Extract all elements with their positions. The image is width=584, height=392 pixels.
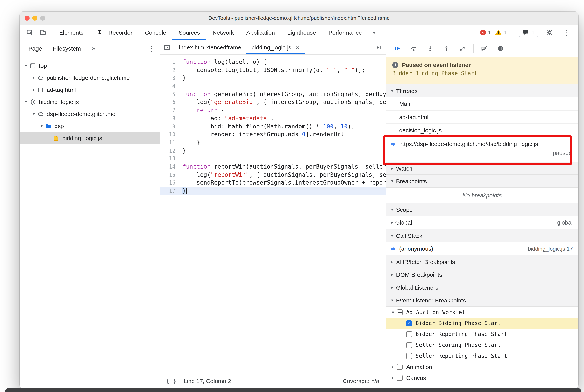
line-number[interactable]: 15	[160, 171, 180, 179]
minimize-window-button[interactable]	[32, 16, 37, 21]
line-number[interactable]: 13	[160, 155, 180, 163]
thread-item-main[interactable]: Main	[386, 97, 578, 110]
tab-recorder[interactable]: Recorder	[90, 25, 138, 40]
code-line-content[interactable]: }	[180, 146, 186, 154]
deactivate-breakpoints-button[interactable]	[478, 43, 490, 54]
step-button[interactable]	[457, 43, 469, 54]
scope-row-global[interactable]: ▸Globalglobal	[386, 216, 578, 229]
step-over-button[interactable]	[408, 43, 419, 54]
chevron-right-icon[interactable]: ▸	[31, 75, 37, 80]
line-number[interactable]: 17	[160, 187, 180, 195]
code-line-content[interactable]: sendReportTo(browserSignals.interestGrou…	[180, 179, 386, 187]
line-number[interactable]: 4	[160, 82, 180, 90]
code-line-content[interactable]: render: interestGroup.ads[0].renderUrl	[180, 130, 344, 138]
checkbox-animation[interactable]	[397, 364, 403, 370]
tree-item-dsp-fledge-demo-glitch-me[interactable]: ▾dsp-fledge-demo.glitch.me	[20, 108, 159, 120]
code-line-content[interactable]: console.log(label, JSON.stringify(o, " "…	[180, 66, 365, 74]
chevron-right-icon[interactable]: ▸	[390, 375, 396, 380]
issues-button[interactable]: 1	[519, 28, 539, 37]
device-toolbar-icon[interactable]	[36, 25, 49, 40]
elb-group-animation[interactable]: ▸Animation	[386, 361, 578, 372]
chevron-down-icon[interactable]: ▾	[390, 310, 396, 315]
line-number[interactable]: 12	[160, 146, 180, 154]
code-line-content[interactable]: function generateBid(interestGroup, auct…	[180, 90, 386, 98]
tree-item-top[interactable]: ▾top	[20, 60, 159, 72]
code-line-content[interactable]: }	[180, 138, 200, 146]
tab-console[interactable]: Console	[138, 25, 172, 40]
line-number[interactable]: 9	[160, 122, 180, 130]
more-panels-chevron-icon[interactable]: »	[368, 25, 380, 40]
line-number[interactable]: 11	[160, 138, 180, 146]
elb-group-label[interactable]: Ad Auction Worklet	[406, 309, 465, 315]
inspect-icon[interactable]	[23, 25, 36, 40]
code-editor[interactable]: 1function log(label, o) {2 console.log(l…	[160, 55, 386, 373]
step-out-button[interactable]	[440, 43, 452, 54]
pretty-print-icon[interactable]: { }	[166, 378, 177, 384]
tab-elements[interactable]: Elements	[53, 25, 90, 40]
code-line-content[interactable]: ad: "ad-metadata",	[180, 114, 274, 122]
tab-application[interactable]: Application	[240, 25, 281, 40]
resume-button[interactable]	[391, 43, 403, 54]
thread-item-decision-logic-js[interactable]: decision_logic.js	[386, 124, 578, 137]
tab-page[interactable]: Page	[28, 45, 42, 52]
elb-item-label[interactable]: Seller Scoring Phase Start	[416, 342, 501, 348]
call-stack-frame[interactable]: (anonymous)bidding_logic.js:17	[386, 242, 578, 255]
code-line-content[interactable]	[180, 155, 182, 163]
section-xhr-breakpoints[interactable]: ▸ XHR/fetch Breakpoints	[386, 255, 578, 268]
tab-lighthouse[interactable]: Lighthouse	[281, 25, 322, 40]
tree-item-publisher-fledge-demo-glitch-me[interactable]: ▸publisher-fledge-demo.glitch.me	[20, 72, 159, 84]
close-window-button[interactable]	[24, 16, 29, 21]
open-file-navigation-icon[interactable]	[372, 40, 386, 54]
navigator-toggle-icon[interactable]	[160, 40, 174, 54]
kebab-menu-icon[interactable]: ⋮	[560, 28, 574, 36]
warning-count-badge[interactable]: ! 1	[495, 29, 507, 36]
elb-item-label[interactable]: Seller Reporting Phase Start	[416, 353, 507, 359]
code-line-content[interactable]: log("generateBid", { interestGroup, auct…	[180, 98, 386, 106]
section-event-listener-breakpoints[interactable]: ▾ Event Listener Breakpoints	[386, 294, 578, 307]
code-line-content[interactable]: return {	[180, 106, 225, 114]
tree-item-dsp[interactable]: ▾dsp	[20, 120, 159, 132]
step-into-button[interactable]	[424, 43, 436, 54]
chevron-down-icon[interactable]: ▾	[31, 111, 37, 116]
checkbox-ad-auction-worklet[interactable]	[397, 309, 403, 315]
elb-group-ad-auction-worklet[interactable]: ▾Ad Auction Worklet	[386, 307, 578, 318]
section-call-stack[interactable]: ▾ Call Stack	[386, 229, 578, 242]
editor-tab-bidding-logic-js[interactable]: bidding_logic.js×	[246, 40, 305, 54]
settings-gear-icon[interactable]	[543, 29, 556, 36]
error-count-badge[interactable]: × 1	[480, 29, 491, 36]
line-number[interactable]: 16	[160, 179, 180, 187]
checkbox-seller-scoring-phase-start[interactable]	[406, 342, 412, 348]
line-number[interactable]: 5	[160, 90, 180, 98]
elb-item-seller-reporting-phase-start[interactable]: Seller Reporting Phase Start	[386, 350, 578, 361]
chevron-down-icon[interactable]: ▾	[38, 124, 45, 128]
checkbox-seller-reporting-phase-start[interactable]	[406, 353, 412, 359]
line-number[interactable]: 7	[160, 106, 180, 114]
chevron-down-icon[interactable]: ▾	[23, 63, 29, 68]
tab-network[interactable]: Network	[206, 25, 240, 40]
code-line-content[interactable]: log("reportWin", { auctionSignals, perBu…	[180, 171, 386, 179]
checkbox-bidder-bidding-phase-start[interactable]	[406, 320, 412, 326]
tree-item-bidding-logic-js[interactable]: ▾bidding_logic.js	[20, 96, 159, 108]
code-line-content[interactable]	[180, 82, 182, 90]
code-line-content[interactable]: bid: Math.floor(Math.random() * 100, 10)…	[180, 122, 355, 130]
thread-item-current[interactable]: https://dsp-fledge-demo.glitch.me/dsp/bi…	[386, 137, 578, 162]
code-line-content[interactable]: }	[180, 187, 187, 195]
line-number[interactable]: 1	[160, 58, 180, 66]
line-number[interactable]: 6	[160, 98, 180, 106]
section-global-listeners[interactable]: ▸ Global Listeners	[386, 281, 578, 294]
checkbox-bidder-reporting-phase-start[interactable]	[406, 331, 412, 337]
elb-group-canvas[interactable]: ▸Canvas	[386, 372, 578, 383]
elb-item-label[interactable]: Bidder Reporting Phase Start	[416, 331, 507, 337]
thread-item-ad-tag-html[interactable]: ad-tag.html	[386, 110, 578, 124]
line-number[interactable]: 10	[160, 130, 180, 138]
line-number[interactable]: 2	[160, 66, 180, 74]
elb-item-label[interactable]: Bidder Bidding Phase Start	[416, 320, 501, 326]
tree-item-bidding-logic-js[interactable]: bidding_logic.js	[20, 132, 159, 144]
tab-sources[interactable]: Sources	[173, 25, 206, 40]
line-number[interactable]: 3	[160, 74, 180, 82]
line-number[interactable]: 14	[160, 163, 180, 171]
more-navigator-tabs-chevron-icon[interactable]: »	[92, 45, 95, 52]
checkbox-canvas[interactable]	[397, 375, 403, 380]
section-watch[interactable]: ▸ Watch	[386, 162, 578, 175]
tree-item-ad-tag-html[interactable]: ▸ad-tag.html	[20, 84, 159, 96]
